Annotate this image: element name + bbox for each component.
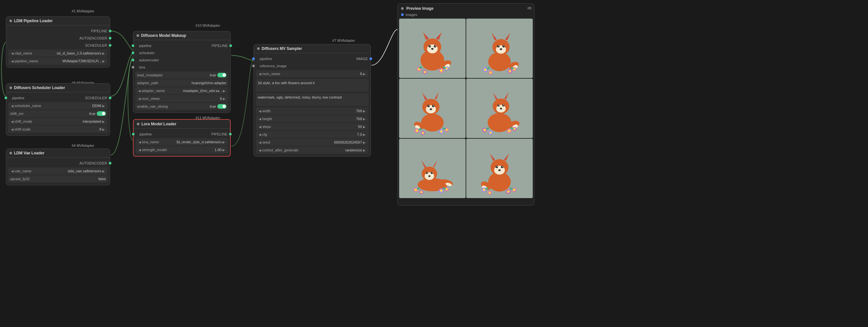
svg-point-39 [484, 69, 487, 71]
svg-point-137 [489, 192, 491, 193]
svg-point-106 [432, 172, 433, 173]
node-lora-model-header: Lora Model Loader [133, 120, 230, 129]
svg-point-91 [508, 130, 510, 132]
field-steps[interactable]: ◀ steps 50 ▶ [256, 123, 369, 130]
field-mv-num-views[interactable]: ◀ num_views 6 ▶ [256, 70, 369, 77]
node-lora-model-title: Lora Model Loader [142, 122, 176, 126]
toggle-shift-snr[interactable] [97, 111, 106, 116]
svg-point-67 [440, 130, 442, 133]
negative-prompt-text: watermark, ugly, deformed, noisy, blurry… [258, 95, 342, 99]
node-ldm-vae-title: LDM Vae Loader [14, 151, 44, 155]
field-vae-name[interactable]: ◀ vae_name sdxl_vae.safetensors ▶ [8, 167, 108, 174]
svg-point-87 [484, 129, 486, 131]
field-seed[interactable]: ◀ seed 66009262624567 ▶ [256, 139, 369, 146]
output-autoencoder-row: AUTOENCODER [6, 35, 110, 42]
preview-title: Preview Image [406, 6, 433, 11]
output-mv-image-dot [370, 57, 372, 60]
output-lora-pipeline-dot [229, 133, 232, 135]
prompt-text: 3d style, a fox with flowers around it [258, 81, 314, 85]
svg-point-107 [429, 175, 430, 177]
svg-point-9 [429, 45, 430, 46]
preview-status-dot [401, 7, 404, 10]
field-pipeline-right-arrow[interactable]: ▶ [101, 59, 106, 63]
svg-point-57 [429, 105, 429, 106]
input-dm-autoencoder: autoencoder [133, 56, 230, 64]
input-mv-reference: reference_image [254, 62, 370, 70]
svg-point-129 [497, 166, 498, 167]
node-ldm-vae-status [9, 152, 12, 154]
node-diffusers-scheduler-body: pipeline SCHEDULER ◀ scheduler_name DDIM… [6, 92, 110, 135]
node-diffusers-scheduler-header: Diffusers Scheduler Loader [6, 84, 110, 92]
field-width[interactable]: ◀ width 768 ▶ [256, 107, 369, 114]
svg-point-48 [421, 114, 443, 132]
adapter-label-4: #4 MVAdapter [72, 144, 94, 147]
field-negative-prompt[interactable]: watermark, ugly, deformed, noisy, blurry… [256, 93, 369, 106]
preview-badge: #8 [528, 6, 531, 10]
node-diffusers-model: Diffusers Model Makeup pipeline PIPELINE… [133, 31, 231, 113]
svg-point-10 [435, 45, 436, 46]
input-dm-pipeline-dot [132, 45, 134, 47]
svg-point-141 [513, 189, 515, 191]
toggle-load-mvadapter[interactable] [217, 73, 226, 77]
input-dm-lora-dot [132, 66, 134, 69]
svg-point-130 [502, 166, 503, 167]
svg-point-63 [416, 130, 418, 132]
svg-point-58 [433, 105, 434, 106]
output-pipeline-row: PIPELINE [6, 27, 110, 35]
field-scheduler-name[interactable]: ◀ scheduler_name DDIM ▶ [8, 102, 108, 109]
field-prompt[interactable]: 3d style, a fox with flowers around it [256, 79, 369, 92]
node-preview: #8 Preview Image images [398, 3, 534, 206]
field-dm-num-views[interactable]: ◀ num_views 6 ▶ [135, 95, 228, 102]
field-shift-mode[interactable]: ◀ shift_mode interpolated ▶ [8, 118, 108, 125]
node-ldm-pipeline-header: LDM Pipeline Loader [6, 17, 110, 25]
output-autoencoder-dot [109, 37, 112, 39]
field-shift-snr[interactable]: shift_snr true [8, 110, 108, 117]
preview-cell-3 [399, 79, 466, 138]
node-diffusers-scheduler: Diffusers Scheduler Loader pipeline SCHE… [6, 83, 110, 136]
field-adapter-path[interactable]: adapter_path huanngzh/mv-adapter [135, 79, 228, 86]
field-ckpt-left-arrow[interactable]: ◀ [10, 52, 15, 55]
preview-cell-2 [466, 19, 533, 78]
input-lora-pipeline: pipeline PIPELINE [133, 131, 230, 138]
node-diffusers-mv: Diffusers MV Sampler pipeline IMAGE refe… [253, 44, 371, 157]
svg-point-139 [507, 190, 509, 193]
node-lora-model-status [137, 123, 140, 125]
field-strength-model[interactable]: ◀ strength_model 1.00 ▶ [135, 146, 228, 154]
canvas: #1 MVAdapter LDM Pipeline Loader PIPELIN… [0, 0, 868, 327]
output-autoencoder-dot2 [109, 162, 112, 164]
field-cfg[interactable]: ◀ cfg 7.0 ▶ [256, 131, 369, 138]
field-load-mvadapter[interactable]: load_mvadapter true [135, 72, 228, 79]
svg-point-21 [445, 67, 447, 70]
svg-point-115 [440, 190, 442, 192]
field-height[interactable]: ◀ height 768 ▶ [256, 115, 369, 122]
node-diffusers-mv-title: Diffusers MV Sampler [261, 46, 302, 51]
field-adapter-name[interactable]: ◀ adapter_name mvadapter_t2mv_sdxl.sa...… [135, 87, 228, 94]
field-pipeline-name[interactable]: ◀ pipeline_name MVAdapterT2MVSDXLPi... ▶ [8, 57, 108, 64]
preview-cell-5 [399, 139, 466, 198]
field-enable-vae-slicing[interactable]: enable_vae_slicing true [135, 103, 228, 110]
svg-point-81 [498, 105, 499, 106]
toggle-enable-vae-slicing[interactable] [217, 104, 226, 109]
field-shift-scale[interactable]: ◀ shift scale 8 ▶ [8, 126, 108, 133]
field-pipeline-left-arrow[interactable]: ◀ [10, 59, 15, 63]
svg-point-111 [414, 189, 417, 191]
output-scheduler-dot [109, 44, 112, 47]
input-mv-pipeline: pipeline IMAGE [254, 55, 370, 62]
svg-point-24 [488, 52, 510, 71]
adapter-label-1: #1 MVAdapter [72, 9, 94, 13]
input-dm-scheduler: scheduler [133, 49, 230, 56]
svg-point-11 [431, 48, 433, 50]
field-control-after-generate[interactable]: ◀ control_after_generate randomize ▶ [256, 146, 369, 154]
svg-point-34 [503, 45, 504, 46]
node-diffusers-mv-status [257, 47, 260, 50]
svg-point-135 [483, 189, 485, 191]
field-ckpt-right-arrow[interactable]: ▶ [101, 52, 106, 55]
node-ldm-pipeline-body: PIPELINE AUTOENCODER SCHEDULER ◀ ckpt_na… [6, 25, 110, 67]
node-diffusers-mv-body: pipeline IMAGE reference_image ◀ num_vie… [254, 53, 370, 156]
node-diffusers-scheduler-title: Diffusers Scheduler Loader [14, 85, 65, 90]
field-ckpt-name[interactable]: ◀ ckpt_name sd_xl_base_1.0.safetensors ▶ [8, 50, 108, 57]
field-lora-name[interactable]: ◀ lora_name 3d_render_style_xl.safetenso… [135, 138, 228, 145]
input-lora-pipeline-dot [132, 133, 134, 135]
node-ldm-vae-header: LDM Vae Loader [6, 149, 110, 158]
field-upcast-fp32[interactable]: upcast_fp32 false [8, 175, 108, 183]
